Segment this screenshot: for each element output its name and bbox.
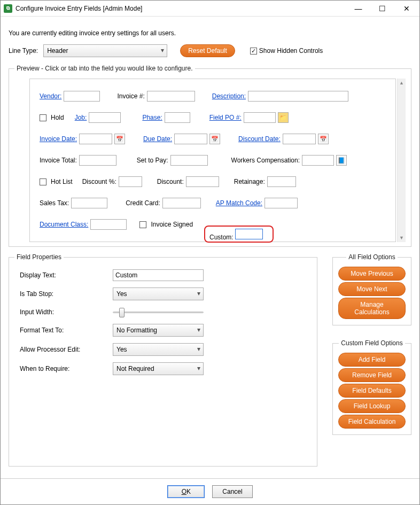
field-po-label[interactable]: Field PO #: bbox=[209, 114, 242, 121]
scroll-up-icon[interactable]: ▲ bbox=[398, 79, 406, 87]
close-button[interactable]: ✕ bbox=[394, 1, 418, 16]
job-label[interactable]: Job: bbox=[75, 114, 87, 121]
hold-checkbox[interactable] bbox=[40, 114, 46, 121]
window-title: Configure Invoice Entry Fields [Admin Mo… bbox=[15, 5, 346, 12]
vendor-input[interactable] bbox=[64, 91, 100, 102]
ap-match-label[interactable]: AP Match Code: bbox=[216, 199, 262, 207]
allow-edit-select[interactable]: Yes bbox=[113, 343, 204, 356]
retainage-input[interactable] bbox=[267, 176, 296, 187]
preview-fieldset: Preview - Click or tab into the field yo… bbox=[9, 65, 411, 247]
show-hidden-label: Show Hidden Controls bbox=[259, 47, 323, 55]
field-po-input[interactable] bbox=[244, 112, 276, 123]
minimize-button[interactable]: — bbox=[346, 1, 370, 16]
invoice-signed-checkbox[interactable] bbox=[139, 221, 146, 228]
field-defaults-button[interactable]: Field Defaults bbox=[338, 384, 406, 398]
invoice-total-label: Invoice Total: bbox=[40, 157, 77, 164]
app-icon: ⧉ bbox=[4, 4, 12, 13]
discount-pct-input[interactable] bbox=[119, 176, 142, 187]
maximize-button[interactable]: ☐ bbox=[370, 1, 394, 16]
input-width-label: Input Width: bbox=[20, 308, 105, 316]
titlebar: ⧉ Configure Invoice Entry Fields [Admin … bbox=[1, 1, 419, 17]
move-previous-button[interactable]: Move Previous bbox=[338, 267, 406, 281]
vendor-label[interactable]: Vendor: bbox=[40, 92, 61, 100]
is-tab-stop-select[interactable]: Yes bbox=[113, 288, 204, 300]
discount-input[interactable] bbox=[186, 176, 219, 187]
ok-button[interactable]: OK bbox=[167, 485, 205, 498]
calendar-icon[interactable]: 📅 bbox=[209, 134, 220, 144]
invoice-date-label[interactable]: Invoice Date: bbox=[40, 135, 77, 143]
retainage-label: Retainage: bbox=[234, 178, 265, 185]
preview-panel[interactable]: Vendor: Invoice #: Description: Hold Job… bbox=[29, 79, 396, 242]
main-window: ⧉ Configure Invoice Entry Fields [Admin … bbox=[0, 0, 420, 505]
discount-label: Discount: bbox=[157, 178, 184, 185]
invoice-signed-label: Invoice Signed bbox=[151, 221, 193, 228]
preview-legend: Preview - Click or tab into the field yo… bbox=[14, 65, 195, 72]
scroll-down-icon[interactable]: ▼ bbox=[398, 234, 406, 242]
folder-icon[interactable]: 📁 bbox=[278, 112, 289, 123]
allow-edit-label: Allow Processor Edit: bbox=[20, 346, 105, 353]
format-label: Format Text To: bbox=[20, 327, 105, 334]
invoice-date-input[interactable] bbox=[79, 134, 112, 144]
field-calculation-button[interactable]: Field Calculation bbox=[338, 415, 406, 429]
hot-list-label: Hot List bbox=[51, 178, 73, 185]
when-require-label: When to Require: bbox=[20, 365, 105, 372]
display-text-label: Display Text: bbox=[20, 271, 105, 279]
hold-label: Hold bbox=[51, 114, 64, 121]
move-next-button[interactable]: Move Next bbox=[338, 282, 406, 296]
remove-field-button[interactable]: Remove Field bbox=[338, 368, 406, 382]
preview-scrollbar[interactable]: ▲ ▼ bbox=[397, 79, 406, 242]
show-hidden-wrapper[interactable]: Show Hidden Controls bbox=[250, 47, 323, 55]
add-field-button[interactable]: Add Field bbox=[338, 353, 406, 367]
invoice-total-input[interactable] bbox=[79, 155, 116, 166]
custom-input[interactable] bbox=[235, 229, 263, 239]
credit-card-input[interactable] bbox=[162, 198, 201, 208]
line-type-label: Line Type: bbox=[9, 47, 38, 55]
field-properties-legend: Field Properties bbox=[14, 253, 64, 261]
input-width-slider[interactable] bbox=[113, 307, 204, 317]
document-class-label[interactable]: Document Class: bbox=[40, 221, 88, 228]
line-type-select[interactable]: Header bbox=[43, 44, 167, 57]
content-area: You are currently editing invoice entry … bbox=[1, 17, 419, 478]
hot-list-checkbox[interactable] bbox=[40, 178, 46, 185]
custom-field-options-legend: Custom Field Options bbox=[339, 339, 405, 347]
invoice-num-label: Invoice #: bbox=[117, 92, 144, 100]
all-field-options-legend: All Field Options bbox=[346, 253, 397, 261]
book-icon[interactable]: 📘 bbox=[336, 155, 347, 166]
job-input[interactable] bbox=[89, 112, 121, 123]
phase-input[interactable] bbox=[165, 112, 190, 123]
show-hidden-checkbox[interactable] bbox=[250, 48, 257, 55]
custom-field-highlight: Custom: bbox=[204, 226, 274, 243]
manage-calculations-button[interactable]: Manage Calculations bbox=[338, 298, 406, 319]
format-select[interactable]: No Formatting bbox=[113, 324, 204, 337]
due-date-input[interactable] bbox=[174, 134, 207, 144]
reset-default-button[interactable]: Reset Default bbox=[180, 44, 235, 57]
set-to-pay-label: Set to Pay: bbox=[137, 157, 168, 164]
sales-tax-input[interactable] bbox=[71, 198, 107, 208]
credit-card-label: Credit Card: bbox=[126, 199, 160, 207]
when-require-select[interactable]: Not Required bbox=[113, 362, 204, 375]
due-date-label[interactable]: Due Date: bbox=[143, 135, 172, 143]
discount-date-label[interactable]: Discount Date: bbox=[238, 135, 281, 143]
workers-comp-label: Workers Compensation: bbox=[231, 157, 300, 164]
top-row: Line Type: Header Reset Default Show Hid… bbox=[9, 44, 411, 57]
workers-comp-input[interactable] bbox=[302, 155, 334, 166]
calendar-icon[interactable]: 📅 bbox=[318, 134, 329, 144]
document-class-input[interactable] bbox=[90, 219, 127, 230]
cancel-button[interactable]: Cancel bbox=[212, 485, 252, 498]
calendar-icon[interactable]: 📅 bbox=[114, 134, 125, 144]
is-tab-stop-label: Is Tab Stop: bbox=[20, 290, 105, 298]
phase-label[interactable]: Phase: bbox=[142, 114, 162, 121]
display-text-input[interactable] bbox=[113, 269, 204, 281]
custom-label: Custom: bbox=[209, 234, 234, 241]
invoice-num-input[interactable] bbox=[147, 91, 195, 102]
sales-tax-label: Sales Tax: bbox=[40, 199, 69, 207]
description-label[interactable]: Description: bbox=[212, 92, 246, 100]
footer: OK Cancel bbox=[1, 478, 419, 504]
field-lookup-button[interactable]: Field Lookup bbox=[338, 399, 406, 413]
window-buttons: — ☐ ✕ bbox=[346, 1, 418, 16]
all-field-options-fieldset: All Field Options Move Previous Move Nex… bbox=[332, 253, 411, 325]
ap-match-input[interactable] bbox=[265, 198, 298, 208]
description-input[interactable] bbox=[248, 91, 348, 102]
discount-date-input[interactable] bbox=[283, 134, 316, 144]
set-to-pay-input[interactable] bbox=[170, 155, 208, 166]
